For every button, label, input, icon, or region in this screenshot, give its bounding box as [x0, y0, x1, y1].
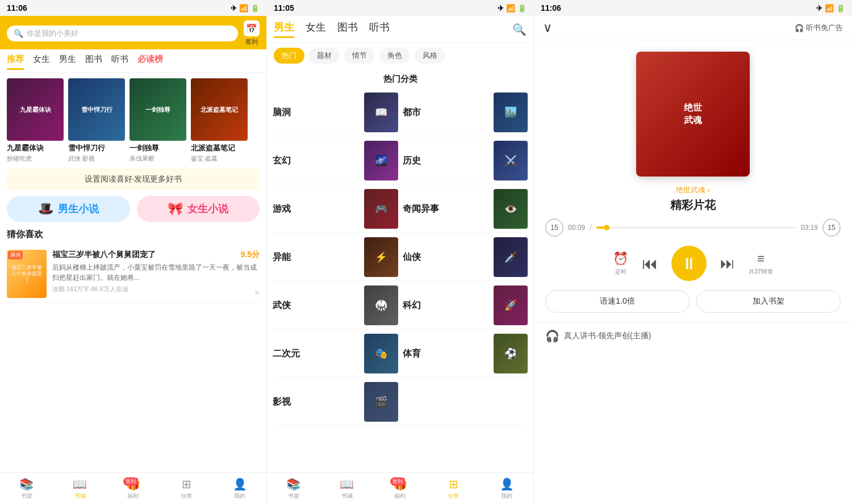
rec-book-item[interactable]: 福宝三岁半被八个舅舅团宠了 脑洞 福宝三岁半被八个舅舅团宠了 后妈从楼梯上摔跛流…	[7, 245, 260, 303]
category-icon: ⊞	[182, 477, 191, 491]
next-button[interactable]: ⏭	[720, 255, 735, 272]
tab-female[interactable]: 女生	[33, 54, 50, 70]
battery-icon: 🔋	[250, 4, 260, 12]
previous-button[interactable]: ⏮	[642, 254, 658, 273]
filter-theme[interactable]: 题材	[309, 48, 340, 64]
airplane-icon: ✈	[231, 4, 237, 12]
p2-battery-icon: 🔋	[517, 4, 527, 12]
filter-role[interactable]: 角色	[379, 48, 410, 64]
filter-plot[interactable]: 情节	[344, 48, 375, 64]
search-icon-p2[interactable]: 🔍	[512, 23, 527, 36]
timer-control[interactable]: ⏰ 定时	[613, 251, 628, 276]
male-novel-button[interactable]: 🎩 男生小说	[7, 196, 130, 222]
status-time-1: 11:06	[7, 3, 27, 12]
cat-cell-8[interactable]: 武侠 🥋	[273, 285, 398, 325]
cat-cell-6[interactable]: 异能 ⚡	[273, 237, 398, 277]
p2-tab-female[interactable]: 女生	[306, 20, 326, 38]
cat-cell-4[interactable]: 游戏 🎮	[273, 189, 398, 229]
books-scroll-area: 九星霸体诀 九星霸体诀 扮猪吃虎 雪中悍刀行 雪中悍刀行 武侠·影视 一剑独尊 …	[0, 73, 266, 169]
cat-cell-7[interactable]: 仙侠 🗡️	[403, 237, 528, 277]
timer-label: 定时	[615, 268, 627, 276]
cat-name-7: 仙侠	[403, 251, 431, 263]
p2-tab-male[interactable]: 男生	[274, 20, 294, 38]
book-item-0[interactable]: 九星霸体诀 九星霸体诀 扮猪吃虎	[7, 78, 64, 163]
p2-wifi-icon: 📶	[506, 4, 515, 12]
pause-button[interactable]: ⏸	[671, 246, 707, 281]
cat-cell-1[interactable]: 都市 🏙️	[403, 93, 528, 132]
rec-category-badge: 脑洞	[8, 251, 23, 259]
cat-img-7: 🗡️	[494, 237, 528, 277]
cat-img-4: 🎮	[364, 189, 398, 229]
wifi-icon: 📶	[239, 4, 248, 12]
cat-cell-9[interactable]: 科幻 🚀	[403, 285, 528, 325]
down-chevron-icon[interactable]: ∨	[543, 20, 552, 35]
cat-cell-11[interactable]: 体育 ⚽	[403, 334, 528, 373]
headphone-icon: 🎧	[545, 329, 559, 343]
rec-book-meta: 连载·161万字·86.8万人在读	[52, 285, 260, 293]
tab-male[interactable]: 男生	[59, 54, 76, 70]
bottom-nav-category[interactable]: ⊞ 分类	[160, 477, 213, 500]
bottom-nav-welfare[interactable]: 🎁 签到 福利	[107, 477, 160, 500]
p2-bottom-mine[interactable]: 👤 我的	[480, 477, 533, 500]
cat-cell-12[interactable]: 影视 🎬	[273, 382, 398, 422]
status-icons-1: ✈ 📶 🔋	[231, 4, 260, 12]
search-input-wrap[interactable]: 🔍 你是我的小美好	[7, 26, 238, 41]
p3-book-cover: 绝世武魂	[636, 52, 750, 177]
ad-free-label: 听书免广告	[806, 23, 843, 33]
cat-img-0: 📖	[364, 93, 398, 132]
bottom-nav-bookshelf[interactable]: 📚 书架	[0, 477, 53, 500]
cat-row-5: 二次元 🎭 体育 ⚽	[273, 330, 528, 377]
cat-name-1: 都市	[403, 107, 431, 119]
filter-style[interactable]: 风格	[415, 48, 445, 64]
status-icons-3: ✈ 📶 🔋	[816, 4, 845, 12]
progress-bar[interactable]	[596, 226, 796, 229]
p2-tab-books[interactable]: 图书	[337, 20, 358, 38]
add-shelf-button[interactable]: 加入书架	[696, 290, 841, 313]
rec-book-desc: 后妈从楼梯上摔跛流产，小粟宝被罚在雪地里跪了一天一夜，被当成扫把星赶出家门。就在…	[52, 262, 260, 283]
cat-cell-5[interactable]: 奇闻异事 👁️	[403, 189, 528, 229]
bottom-nav-mine[interactable]: 👤 我的	[213, 477, 266, 500]
p2-bookstore-label: 书城	[341, 492, 353, 500]
bookstore-label: 书城	[74, 492, 86, 500]
speed-button[interactable]: 语速1.0倍	[545, 290, 690, 313]
p3-battery-icon: 🔋	[836, 4, 845, 12]
cat-cell-0[interactable]: 脑洞 📖	[273, 93, 398, 132]
checkin-button[interactable]: 📅 签到	[244, 20, 260, 46]
p2-bottom-bookstore[interactable]: 📖 书城	[320, 477, 374, 500]
filter-hot[interactable]: 热门	[274, 48, 304, 64]
bottom-nav-2: 📚 书架 📖 书城 🎁 签到 福利 ⊞ 分类 👤 我的	[267, 472, 533, 504]
book-series-link[interactable]: 绝世武魂	[545, 185, 841, 195]
book-item-3[interactable]: 北派盗墓笔记 北派盗墓笔记 鉴宝·盗墓	[191, 78, 248, 163]
rec-book-score: 9.5分	[241, 250, 260, 260]
chapters-control[interactable]: ≡ 共3798章	[749, 251, 772, 276]
panel-home: 11:06 ✈ 📶 🔋 🔍 你是我的小美好 📅 签到 推荐 女生 男生 图书 听…	[0, 0, 267, 504]
human-reading-banner[interactable]: 🎧 真人讲书·领先声创(主播)	[534, 322, 852, 350]
reading-preference-banner[interactable]: 设置阅读喜好·发现更多好书	[7, 169, 260, 190]
rec-close-button[interactable]: ×	[254, 288, 260, 298]
timer-forward-button[interactable]: 15	[822, 219, 841, 237]
p2-bottom-category[interactable]: ⊞ 分类	[427, 477, 480, 500]
ad-free-button[interactable]: 🎧 听书免广告	[795, 23, 843, 33]
book-item-2[interactable]: 一剑独尊 一剑独尊 杀伐果断	[130, 78, 186, 163]
checkin-icon: 📅	[244, 20, 260, 36]
chapters-label: 共3798章	[749, 268, 772, 276]
book-title-2: 一剑独尊	[130, 144, 186, 153]
cat-row-1: 玄幻 🌌 历史 ⚔️	[273, 137, 528, 184]
status-bar-1: 11:06 ✈ 📶 🔋	[0, 0, 266, 16]
p2-bottom-bookshelf[interactable]: 📚 书架	[267, 477, 320, 500]
cat-cell-2[interactable]: 玄幻 🌌	[273, 141, 398, 180]
cat-cell-3[interactable]: 历史 ⚔️	[403, 141, 528, 180]
cat-cell-10[interactable]: 二次元 🎭	[273, 334, 398, 373]
female-novel-icon: 🎀	[168, 201, 183, 216]
p2-bottom-welfare[interactable]: 🎁 签到 福利	[374, 477, 427, 500]
female-novel-button[interactable]: 🎀 女生小说	[137, 196, 260, 222]
cat-row-4: 武侠 🥋 科幻 🚀	[273, 282, 528, 329]
p2-tab-audio[interactable]: 听书	[369, 20, 390, 38]
tab-audio[interactable]: 听书	[111, 54, 128, 70]
tab-recommend[interactable]: 推荐	[7, 54, 24, 70]
timer-back-button[interactable]: 15	[545, 219, 563, 237]
tab-books[interactable]: 图书	[85, 54, 102, 70]
book-item-1[interactable]: 雪中悍刀行 雪中悍刀行 武侠·影视	[68, 78, 125, 163]
tab-mustread[interactable]: 必读榜	[137, 54, 163, 70]
bottom-nav-bookstore[interactable]: 📖 书城	[53, 477, 107, 500]
